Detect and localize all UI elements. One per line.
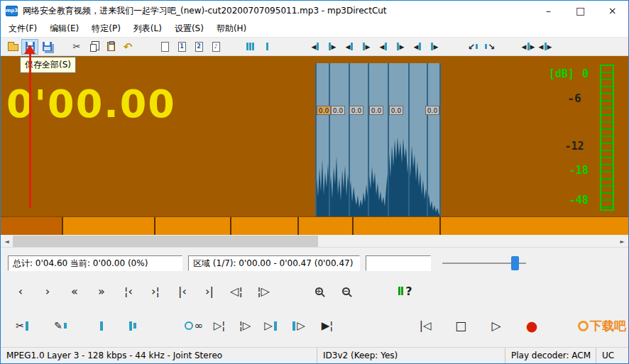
region-gain-value[interactable]: 0.0 <box>369 106 383 115</box>
move-cut-right-button[interactable]: ◀▶ <box>537 39 554 55</box>
copy-icon <box>90 44 97 52</box>
next-frame-button[interactable]: › <box>39 282 56 300</box>
region-gain-value[interactable]: 0.0 <box>331 106 345 115</box>
loop-button[interactable]: ∞ <box>184 315 204 336</box>
level-meter <box>600 65 614 211</box>
scrollbar-thumb[interactable] <box>13 236 318 247</box>
cue-right-button[interactable]: ▶ <box>324 39 341 55</box>
cue-left-button[interactable]: ◀ <box>307 39 324 55</box>
position-segment[interactable] <box>299 217 354 235</box>
window-controls: – □ × <box>532 1 628 21</box>
paste-icon <box>107 42 115 51</box>
close-button[interactable]: × <box>596 1 628 21</box>
scroll-right-button[interactable]: ► <box>616 236 628 247</box>
file-info-button[interactable] <box>156 39 173 55</box>
region-gain-value[interactable]: 0.0 <box>349 106 363 115</box>
record-button[interactable]: ● <box>522 315 542 336</box>
stop-button[interactable]: □ <box>451 315 471 336</box>
scroll-left-button[interactable]: ◄ <box>1 236 13 247</box>
document-icon <box>161 42 169 52</box>
volume-slider[interactable] <box>442 255 526 271</box>
region-play-button[interactable]: ▷ <box>289 315 309 336</box>
prev-frame-button[interactable]: ‹ <box>12 282 29 300</box>
position-bar[interactable] <box>1 216 628 235</box>
region-gain-value[interactable]: 0.0 <box>425 106 439 115</box>
step-right-button[interactable]: ▶ <box>426 39 443 55</box>
prev-pause-button[interactable]: ◁¦ <box>228 282 245 300</box>
fade-out-button[interactable]: ↘ <box>481 39 498 55</box>
zoom-out-button[interactable]: − <box>337 282 354 300</box>
pause-play-button[interactable]: ▶¦ <box>317 315 337 336</box>
begin-right-button[interactable]: ▶ <box>358 39 375 55</box>
next-cue-button[interactable]: ›¦ <box>147 282 164 300</box>
move-cut-left-button[interactable]: ◀▶ <box>520 39 537 55</box>
tooltip-save-all: 保存全部(S) <box>20 57 76 73</box>
set-end-button[interactable] <box>123 315 143 336</box>
floppy-icon <box>26 42 35 51</box>
menu-settings[interactable]: 设置(S) <box>168 21 210 37</box>
db-tick-12: -12 <box>560 136 589 157</box>
menu-edit[interactable]: 编辑(E) <box>43 21 85 37</box>
next-pause-button[interactable]: ¦▷ <box>255 282 272 300</box>
menu-special[interactable]: 特定(P) <box>85 21 127 37</box>
position-segment-current[interactable] <box>1 217 63 235</box>
end-left-button[interactable]: ◀ <box>375 39 392 55</box>
menu-file[interactable]: 文件(F) <box>2 21 43 37</box>
pause-detect-button[interactable]: ? <box>397 282 414 300</box>
open-button[interactable] <box>4 39 21 55</box>
play-from-cursor-button[interactable]: ▷¦ <box>209 315 229 336</box>
region-start-button[interactable]: |‹ <box>174 282 191 300</box>
crop-button[interactable]: ✂ <box>12 315 32 336</box>
region-gain-value[interactable]: 0.0 <box>317 106 331 115</box>
minimize-button[interactable]: – <box>532 1 564 21</box>
position-segment[interactable] <box>354 217 441 235</box>
vu-single-button[interactable] <box>258 39 275 55</box>
vu-meter-button[interactable] <box>241 39 258 55</box>
fade-in-button[interactable]: ↙ <box>464 39 481 55</box>
save-all-button[interactable] <box>38 39 55 55</box>
prev-cue-button[interactable]: ¦‹ <box>120 282 137 300</box>
db-tick-0: 0 <box>560 67 589 80</box>
watermark: 下载吧 <box>578 318 626 334</box>
position-segment[interactable] <box>231 217 299 235</box>
edit-cue-button[interactable]: ✎ <box>50 315 70 336</box>
region-end-button[interactable]: ›| <box>201 282 218 300</box>
tag-edit-button[interactable]: ♪ <box>207 39 224 55</box>
fast-forward-button[interactable]: » <box>93 282 110 300</box>
status-uc: UC <box>596 348 628 363</box>
pencil-icon: ✎ <box>54 320 62 331</box>
save-button[interactable] <box>21 39 38 55</box>
status-id3: ID3v2 (Keep: Yes) <box>317 348 505 363</box>
arrow-left-icon: ◀ <box>312 43 317 50</box>
play-to-cursor-button[interactable]: ¦▷ <box>235 315 255 336</box>
menu-list[interactable]: 列表(L) <box>127 21 168 37</box>
begin-left-button[interactable]: ◀ <box>341 39 358 55</box>
region-gain-value[interactable]: 0.0 <box>389 106 403 115</box>
slider-thumb[interactable] <box>511 256 519 270</box>
menu-help[interactable]: 帮助(H) <box>210 21 253 37</box>
horizontal-scrollbar[interactable]: ◄ ► <box>1 235 628 248</box>
copy-button[interactable] <box>85 39 102 55</box>
folder-icon <box>8 44 18 51</box>
position-segment[interactable] <box>441 217 628 235</box>
position-segment[interactable] <box>63 217 155 235</box>
skip-start-button[interactable]: |◁ <box>415 315 435 336</box>
paste-button[interactable] <box>102 39 119 55</box>
id3v2-tag-button[interactable]: 2 <box>190 39 207 55</box>
preview-play-button[interactable]: ▷ <box>261 315 280 336</box>
play-button[interactable]: ▷ <box>486 315 506 336</box>
waveform-display[interactable]: 0'00.00 0.0 0.0 0.0 0.0 0.0 0.0 [dB] 0 -… <box>1 56 628 216</box>
cut-button[interactable]: ✂ <box>68 39 85 55</box>
toolbar: ✂ ↶ 1 2 ♪ ◀ ▶ ◀ ▶ ◀ ▶ ◀ ▶ ↙ ↘ ◀▶ ◀▶ <box>1 38 628 56</box>
waveform-panel[interactable]: 0.0 0.0 0.0 0.0 0.0 0.0 <box>315 63 441 216</box>
maximize-button[interactable]: □ <box>564 1 596 21</box>
position-segment[interactable] <box>155 217 231 235</box>
fast-rewind-button[interactable]: « <box>66 282 83 300</box>
end-right-button[interactable]: ▶ <box>392 39 409 55</box>
set-begin-button[interactable] <box>92 315 111 336</box>
undo-button[interactable]: ↶ <box>119 39 136 55</box>
zoom-in-button[interactable]: + <box>310 282 327 300</box>
id3v1-tag-button[interactable]: 1 <box>173 39 190 55</box>
region-divider <box>408 63 410 216</box>
step-left-button[interactable]: ◀ <box>409 39 426 55</box>
